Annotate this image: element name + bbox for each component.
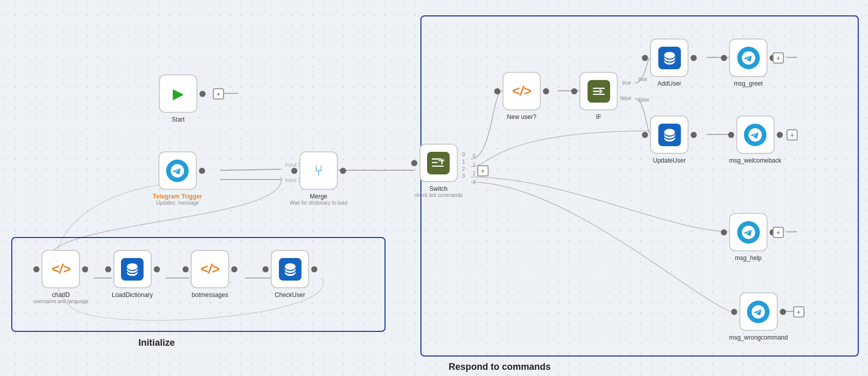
port-left: [721, 229, 727, 235]
node-msg-greet[interactable]: msg_greet +: [729, 38, 768, 87]
msg-greet-plus[interactable]: +: [773, 52, 784, 64]
code-icon: </>: [51, 261, 71, 277]
node-telegram-sublabel: Updates: message: [156, 200, 199, 206]
node-updateuser-label: UpdateUser: [653, 157, 685, 164]
node-telegram-label: Telegram Trigger: [153, 193, 202, 200]
node-chatid-sublabel: username and language: [33, 299, 89, 304]
port-right: [199, 91, 206, 97]
db-icon: [658, 47, 681, 69]
port-right: [780, 309, 786, 315]
port-right: [691, 55, 697, 61]
node-merge-label: Merge: [310, 193, 327, 200]
node-msg-welcomeback[interactable]: msg_welcomeback +: [729, 115, 781, 164]
start-plus-btn[interactable]: +: [213, 88, 224, 100]
port-right: [777, 132, 783, 138]
msg-welcomeback-plus[interactable]: +: [786, 129, 798, 141]
port-left: [728, 132, 734, 138]
play-icon: ▶: [173, 85, 184, 102]
telegram-icon: [166, 160, 189, 182]
node-newuser[interactable]: </> New user?: [502, 72, 541, 121]
if-true-label: true: [622, 80, 631, 86]
node-switch-label: Switch: [430, 185, 448, 192]
port-left: [642, 132, 648, 138]
code-icon: </>: [200, 261, 220, 277]
port-left: [494, 88, 500, 94]
port-right: [199, 168, 205, 174]
telegram-icon: [737, 47, 760, 69]
switch-port3-label: 3: [462, 173, 465, 179]
node-msg-help[interactable]: msg_help +: [729, 213, 768, 262]
port-left: [263, 266, 269, 272]
code-icon: </>: [512, 83, 532, 99]
if-icon: [588, 80, 610, 103]
switch-icon: [427, 152, 450, 174]
node-botmessages[interactable]: </> botmessages: [191, 250, 229, 299]
node-chatid-label: chatID: [52, 291, 70, 299]
node-botmessages-label: botmessages: [192, 291, 228, 299]
node-adduser[interactable]: AddUser: [650, 38, 689, 87]
port-right: [311, 266, 317, 272]
node-switch-sublabel: check bot commands: [414, 192, 463, 198]
node-adduser-label: AddUser: [657, 80, 681, 87]
msg-wrongcommand-plus[interactable]: +: [793, 306, 804, 318]
port-right: [82, 266, 88, 272]
node-start[interactable]: ▶ Start +: [159, 74, 197, 123]
node-merge[interactable]: ⑂ Merge Wait for dictionary to load: [290, 151, 347, 206]
db-icon: [658, 124, 681, 146]
port-left: [33, 266, 39, 272]
port-right: [340, 168, 346, 174]
port-left: [411, 160, 417, 166]
port-left: [291, 168, 297, 174]
node-checkuser-label: CheckUser: [275, 291, 305, 299]
group-respond: [420, 15, 859, 357]
if-false-label: false: [620, 95, 631, 101]
group-respond-label: Respond to commands: [449, 362, 551, 372]
node-switch[interactable]: 0 1 2 3 Switch check bot commands +: [414, 144, 463, 198]
svg-point-22: [441, 160, 443, 162]
msg-help-plus[interactable]: +: [773, 227, 784, 238]
node-chatid[interactable]: </> chatID username and language: [33, 250, 89, 304]
port-left: [571, 88, 577, 94]
port-right: [154, 266, 160, 272]
switch-port0-label: 0: [462, 152, 465, 157]
group-initialize-label: Initialize: [138, 338, 175, 348]
switch-port2-label: 2: [462, 166, 465, 172]
node-newuser-label: New user?: [507, 113, 536, 121]
node-updateuser[interactable]: UpdateUser: [650, 115, 689, 164]
merge-icon: ⑂: [314, 163, 323, 179]
workflow-canvas: Input 1 Input 2 true false 0 1 2 3 Initi…: [0, 0, 868, 376]
switch-port2-plus[interactable]: +: [477, 165, 489, 176]
db-icon: [279, 258, 301, 281]
port-left: [721, 55, 727, 61]
node-msg-help-label: msg_help: [735, 254, 761, 262]
node-msg-wrongcommand[interactable]: msg_wrongcommand +: [729, 292, 788, 341]
node-loaddictionary[interactable]: LoadDictionary: [112, 250, 153, 299]
port-left: [183, 266, 189, 272]
node-msg-wrongcommand-label: msg_wrongcommand: [729, 334, 788, 341]
node-start-label: Start: [172, 116, 185, 123]
port-right: [543, 88, 549, 94]
telegram-icon: [747, 301, 770, 323]
node-merge-sublabel: Wait for dictionary to load: [290, 200, 347, 206]
db-icon: [121, 258, 144, 281]
node-loaddictionary-label: LoadDictionary: [112, 291, 153, 299]
switch-port1-label: 1: [462, 159, 465, 165]
port-left: [731, 309, 737, 315]
node-if-label: IF: [596, 113, 601, 121]
node-checkuser[interactable]: CheckUser: [271, 250, 309, 299]
port-left: [642, 55, 648, 61]
node-if[interactable]: true false IF: [579, 72, 618, 121]
port-right: [231, 266, 237, 272]
node-msg-greet-label: msg_greet: [734, 80, 763, 87]
port-left: [105, 266, 111, 272]
node-telegram-trigger[interactable]: Telegram Trigger Updates: message: [153, 151, 202, 206]
telegram-icon: [744, 124, 766, 146]
telegram-icon: [737, 221, 760, 244]
port-right: [691, 132, 697, 138]
node-msg-welcomeback-label: msg_welcomeback: [729, 157, 781, 164]
